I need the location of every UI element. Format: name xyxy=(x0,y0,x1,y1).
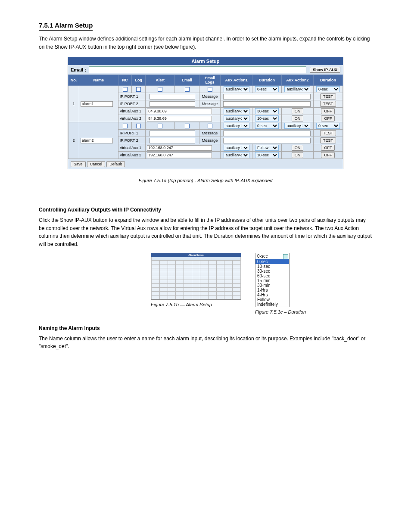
test-button[interactable]: TEST xyxy=(320,101,336,107)
vaux-duration-select[interactable]: 10-sec xyxy=(255,152,279,158)
show-ipaux-button[interactable]: Show IP-AUX xyxy=(310,67,340,73)
vaux-duration-select[interactable]: Follow xyxy=(255,145,279,151)
cell-no: 2 xyxy=(68,122,79,159)
duration-option[interactable]: 15-min xyxy=(255,278,289,283)
aux-action2-select[interactable]: auxiliary-1 xyxy=(284,123,310,129)
col-aa2: Aux Action2 xyxy=(282,75,314,86)
duration-option[interactable]: Indefinitely xyxy=(255,302,289,307)
col-aa1: Aux Action1 xyxy=(221,75,252,86)
alarm-table: No. Name NC Log Alert Email Email Logs A… xyxy=(68,75,343,159)
ipport2-label: IP:PORT 2 xyxy=(118,100,146,108)
col-dur2: Duration xyxy=(313,75,342,86)
ipport1-input[interactable] xyxy=(149,94,195,100)
col-name: Name xyxy=(79,75,118,86)
off-button[interactable]: OFF xyxy=(321,115,335,121)
duration-option[interactable]: 1-Hrs xyxy=(255,288,289,292)
aux-action1-select[interactable]: auxiliary-1 xyxy=(224,86,249,92)
on-button[interactable]: ON xyxy=(292,108,304,114)
col-no: No. xyxy=(68,75,79,86)
naming-paragraph: The Name column allows the user to enter… xyxy=(39,335,372,351)
col-email: Email xyxy=(175,75,199,86)
vaux2-ip-input[interactable] xyxy=(147,116,212,121)
elogs-checkbox[interactable] xyxy=(208,124,212,128)
vaux-select[interactable]: auxiliary-2 xyxy=(224,152,249,158)
duration-option[interactable]: 0-sec xyxy=(255,259,289,264)
save-button[interactable]: Save xyxy=(71,161,86,167)
nc-checkbox[interactable] xyxy=(123,87,128,92)
vaux1-ip-input[interactable] xyxy=(147,145,212,151)
test-button[interactable]: TEST xyxy=(320,130,336,136)
test-button[interactable]: TEST xyxy=(320,93,336,100)
duration-option[interactable]: 4-Hrs xyxy=(255,292,289,297)
log-checkbox[interactable] xyxy=(136,124,141,128)
vaux-select[interactable]: auxiliary-2 xyxy=(224,115,249,121)
on-button[interactable]: ON xyxy=(292,145,304,151)
email-label: Email : xyxy=(71,67,86,72)
ipport1-label: IP:PORT 1 xyxy=(118,93,146,100)
alert-checkbox[interactable] xyxy=(158,124,162,128)
table-row: 1 auxiliary-1 0-sec auxiliary-1 0-sec xyxy=(68,86,343,93)
duration2-select[interactable]: 0-sec xyxy=(316,123,340,129)
duration1-select[interactable]: 0-sec xyxy=(255,86,279,92)
figure-caption-a: Figure 7.5.1a (top portion) - Alarm Setu… xyxy=(39,177,372,184)
duration2-select[interactable]: 0-sec xyxy=(316,86,340,92)
alert-checkbox[interactable] xyxy=(158,87,162,92)
aux-intro-paragraph: Click the Show IP-AUX button to expand t… xyxy=(39,216,372,248)
duration-dropdown-open[interactable]: 0-sec 0-sec 10-sec 30-sec 60-sec 15-min … xyxy=(255,253,290,307)
alarm-name-input[interactable] xyxy=(81,138,113,143)
off-button[interactable]: OFF xyxy=(321,152,335,158)
default-button[interactable]: Default xyxy=(106,161,125,167)
alarm-setup-screenshot: Alarm Setup Email : Show IP-AUX No. Name… xyxy=(68,57,343,169)
message2-input[interactable] xyxy=(223,138,310,143)
aux-action2-select[interactable]: auxiliary-1 xyxy=(284,86,310,92)
duration-option[interactable]: Follow xyxy=(255,297,289,302)
message1-input[interactable] xyxy=(223,94,310,100)
ipport2-input[interactable] xyxy=(149,101,195,107)
alarm-name-input[interactable] xyxy=(81,101,113,107)
message2-input[interactable] xyxy=(223,101,310,107)
on-button[interactable]: ON xyxy=(292,152,304,158)
vaux2-ip-input[interactable] xyxy=(147,152,212,158)
vaux1-label: Virtual Aux 1 xyxy=(118,108,146,115)
duration1-select[interactable]: 0-sec xyxy=(255,123,279,129)
email-input[interactable] xyxy=(89,66,306,73)
vaux2-label: Virtual Aux 2 xyxy=(118,115,146,122)
message1-input[interactable] xyxy=(223,131,310,136)
duration-option[interactable]: 30-sec xyxy=(255,269,289,274)
cell-no: 1 xyxy=(68,86,79,122)
vaux1-ip-input[interactable] xyxy=(147,109,212,114)
thumbnail-screenshot: Alarm Setup xyxy=(151,253,241,300)
section-title: 7.5.1 Alarm Setup xyxy=(39,22,93,31)
duration-option[interactable]: 30-min xyxy=(255,283,289,288)
duration-option[interactable]: 60-sec xyxy=(255,274,289,278)
table-row: 2 auxiliary-1 0-sec auxiliary-1 0-sec xyxy=(68,122,343,130)
duration-option[interactable]: 10-sec xyxy=(255,264,289,269)
col-dur: Duration xyxy=(252,75,282,86)
log-checkbox[interactable] xyxy=(136,87,141,92)
elogs-checkbox[interactable] xyxy=(208,87,212,92)
ipport1-input[interactable] xyxy=(149,131,195,136)
off-button[interactable]: OFF xyxy=(321,145,335,151)
duration-selected: 0-sec xyxy=(255,253,289,259)
email-checkbox[interactable] xyxy=(185,124,190,128)
vaux-select[interactable]: auxiliary-1 xyxy=(224,145,249,151)
screenshot-title: Alarm Setup xyxy=(68,57,343,65)
cancel-button[interactable]: Cancel xyxy=(87,161,105,167)
vaux-duration-select[interactable]: 30-sec xyxy=(255,108,279,114)
intro-paragraph: The Alarm Setup window defines additiona… xyxy=(39,35,372,51)
on-button[interactable]: ON xyxy=(292,115,304,121)
subsection-aux: Controlling Auxiliary Outputs with IP Co… xyxy=(39,207,372,213)
vaux-select[interactable]: auxiliary-1 xyxy=(224,108,249,114)
vaux-duration-select[interactable]: 10-sec xyxy=(255,115,279,121)
col-elogs: Email Logs xyxy=(199,75,220,86)
figure-caption-b: Figure 7.5.1b — Alarm Setup xyxy=(151,301,241,308)
email-checkbox[interactable] xyxy=(185,87,190,92)
subsection-naming: Naming the Alarm Inputs xyxy=(39,325,372,331)
col-alert: Alert xyxy=(146,75,175,86)
aux-action1-select[interactable]: auxiliary-1 xyxy=(224,123,249,129)
nc-checkbox[interactable] xyxy=(123,124,128,128)
ipport2-input[interactable] xyxy=(149,138,195,143)
test-button[interactable]: TEST xyxy=(320,137,336,143)
off-button[interactable]: OFF xyxy=(321,108,335,114)
figure-caption-c: Figure 7.5.1c – Duration xyxy=(255,308,306,316)
